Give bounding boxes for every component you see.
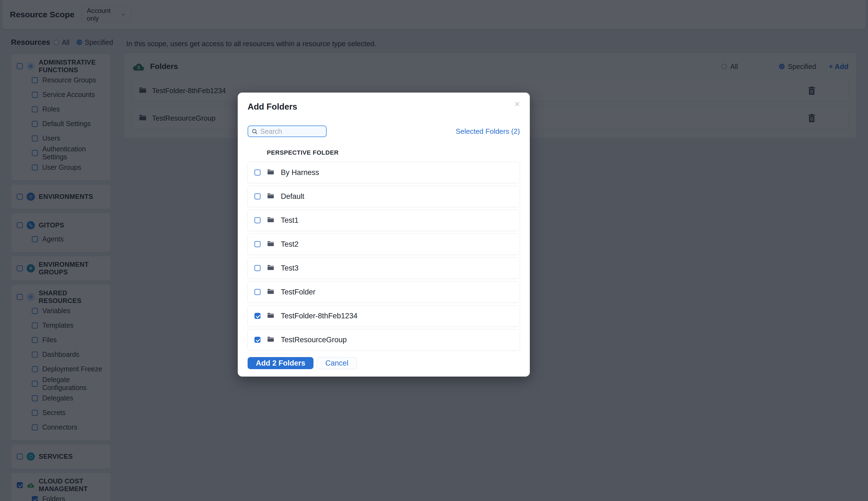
folder-icon (267, 312, 274, 319)
folder-row-testfolder-8thfeb1234[interactable]: TestFolder-8thFeb1234 (248, 305, 520, 327)
folder-row-test2[interactable]: Test2 (248, 234, 520, 255)
checkbox-testresourcegroup[interactable] (254, 337, 261, 343)
folder-icon (267, 241, 274, 248)
search-icon (251, 128, 258, 135)
folder-row-test3[interactable]: Test3 (248, 257, 520, 279)
folder-icon (267, 336, 274, 343)
selected-folders-link[interactable]: Selected Folders (2) (456, 127, 520, 136)
cancel-button[interactable]: Cancel (317, 357, 357, 369)
checkbox-testfolder-8thfeb1234[interactable] (254, 313, 261, 319)
folder-icon (267, 169, 274, 176)
checkbox-test3[interactable] (254, 265, 261, 271)
folder-icon (267, 265, 274, 271)
checkbox-by-harness[interactable] (254, 170, 261, 175)
checkbox-test1[interactable] (254, 217, 261, 223)
dialog-title: Add Folders (248, 102, 520, 112)
checkbox-testfolder[interactable] (254, 289, 261, 295)
folder-icon (267, 193, 274, 200)
folder-row-test1[interactable]: Test1 (248, 210, 520, 231)
checkbox-default[interactable] (254, 193, 261, 200)
folder-row-testresourcegroup[interactable]: TestResourceGroup (248, 329, 520, 351)
folder-icon (267, 288, 274, 296)
close-icon[interactable] (512, 99, 522, 109)
column-header-perspective-folder: PERSPECTIVE FOLDER (248, 149, 520, 156)
folder-row-testfolder[interactable]: TestFolder (248, 281, 520, 303)
folder-row-default[interactable]: Default (248, 186, 520, 207)
resource-scope-screen: Resource Scope Account only Resources Al… (0, 0, 868, 501)
search-input[interactable] (248, 126, 327, 137)
folder-row-by-harness[interactable]: By Harness (248, 162, 520, 183)
checkbox-test2[interactable] (254, 241, 261, 247)
folder-list: By Harness Default Test1 Test2 Test3 (248, 162, 520, 351)
add-folders-dialog: Add Folders Selected Folders (2) PERSPEC… (238, 93, 530, 376)
folder-icon (267, 217, 274, 224)
add-folders-button[interactable]: Add 2 Folders (248, 357, 314, 369)
